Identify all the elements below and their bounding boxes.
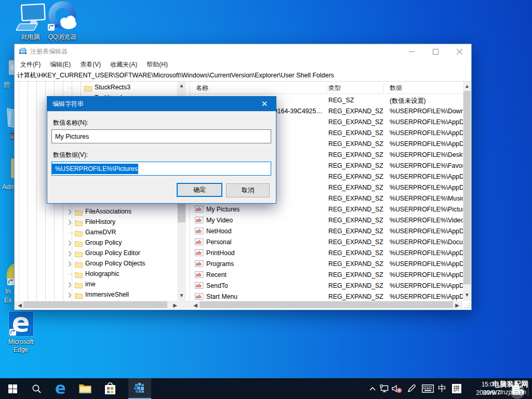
- value-data: %USERPROFILE%\AppData\Local\Microsoft\Wi…: [390, 140, 463, 148]
- expander-icon[interactable]: ❯: [68, 259, 74, 269]
- taskbar-explorer-button[interactable]: [74, 378, 97, 399]
- ok-button[interactable]: 确定: [177, 183, 222, 197]
- menu-item[interactable]: 帮助(H): [142, 60, 172, 69]
- expander-icon[interactable]: ❯: [68, 217, 74, 228]
- maximize-button[interactable]: [423, 44, 447, 59]
- tree-item[interactable]: ❯ Group Policy: [15, 238, 186, 248]
- tray-keyboard[interactable]: [420, 378, 435, 399]
- menu-item[interactable]: 收藏夹(A): [105, 60, 142, 69]
- chevron-up-icon: [369, 387, 376, 391]
- tree-item-label: ime: [85, 281, 96, 288]
- value-data: %USERPROFILE%\AppData\Roaming\Microsoft\…: [390, 249, 463, 257]
- tray-volume[interactable]: [390, 378, 404, 399]
- column-type[interactable]: 类型: [328, 84, 341, 92]
- scroll-up-icon[interactable]: ▲: [463, 83, 471, 90]
- scroll-right-icon[interactable]: ▶: [171, 302, 179, 309]
- expander-icon[interactable]: ❯: [68, 290, 74, 300]
- tree-item[interactable]: ❯ StuckRects3: [15, 83, 186, 93]
- scroll-left-icon[interactable]: ◀: [16, 302, 23, 309]
- value-type: REG_EXPAND_SZ: [328, 118, 383, 126]
- tree-item[interactable]: ❯ ime: [15, 280, 186, 290]
- desktop-icon-label: QQ浏览器: [43, 33, 82, 41]
- value-type: REG_EXPAND_SZ: [328, 151, 383, 158]
- regedit-taskbar-icon: [133, 382, 147, 395]
- registry-value-row[interactable]: ab NetHood REG_EXPAND_SZ %USERPROFILE%\A…: [190, 226, 463, 237]
- address-bar[interactable]: 计算机\HKEY_CURRENT_USER\SOFTWARE\Microsoft…: [15, 70, 471, 82]
- scroll-right-icon[interactable]: ▶: [454, 302, 461, 309]
- tree-item[interactable]: ❯ Holographic: [15, 269, 186, 280]
- window-title: 注册表编辑器: [30, 47, 68, 56]
- scroll-down-icon[interactable]: ▼: [463, 291, 471, 299]
- start-button[interactable]: [1, 378, 24, 399]
- tree-item[interactable]: ❯ Group Policy Objects: [15, 259, 186, 269]
- value-name-input[interactable]: My Pictures: [51, 129, 271, 143]
- taskbar-regedit-button[interactable]: [128, 378, 151, 399]
- tree-item-label: ImmersiveShell: [85, 291, 129, 298]
- tree-hscrollbar[interactable]: ◀ ▶: [15, 301, 189, 309]
- expander-icon[interactable]: ❯: [68, 238, 74, 248]
- search-button[interactable]: [25, 378, 48, 399]
- scroll-left-icon[interactable]: ◀: [192, 302, 199, 309]
- registry-value-row[interactable]: ab PrintHood REG_EXPAND_SZ %USERPROFILE%…: [190, 248, 463, 259]
- tree-item[interactable]: ❯ Group Policy Editor: [15, 248, 186, 259]
- expander-icon[interactable]: ❯: [68, 248, 74, 259]
- expander-icon[interactable]: ❯: [68, 280, 74, 290]
- keyboard-icon: [422, 384, 434, 393]
- tray-clock[interactable]: 15:0 2020/9/7: [459, 380, 500, 397]
- taskbar: 中 拼 15:0 2020/9/7: [0, 378, 532, 399]
- desktop: 此电脑 QQ浏览器 控: [0, 0, 532, 399]
- registry-value-row[interactable]: ab Personal REG_EXPAND_SZ %USERPROFILE%\…: [190, 237, 463, 248]
- dialog-close-button[interactable]: ✕: [253, 97, 276, 111]
- tray-pen[interactable]: [405, 378, 418, 399]
- desktop-icon-edge[interactable]: Microsoft Edge: [1, 312, 41, 354]
- folder-icon: [75, 271, 83, 278]
- list-vscrollbar[interactable]: ▲ ▼: [463, 82, 471, 301]
- minimize-button[interactable]: [400, 44, 423, 59]
- tree-item[interactable]: ❯ GameDVR: [15, 228, 186, 238]
- taskbar-edge-button[interactable]: [49, 378, 72, 399]
- folder-icon: [75, 282, 83, 288]
- value-name: My Video: [206, 217, 233, 224]
- registry-value-row[interactable]: ab SendTo REG_EXPAND_SZ %USERPROFILE%\Ap…: [190, 281, 463, 291]
- ms-store-icon: [104, 382, 116, 395]
- resize-grip[interactable]: [464, 302, 470, 309]
- dialog-titlebar[interactable]: 编辑字符串: [47, 97, 276, 111]
- address-text: 计算机\HKEY_CURRENT_USER\SOFTWARE\Microsoft…: [15, 71, 334, 80]
- close-button[interactable]: [447, 44, 471, 59]
- menu-item[interactable]: 编辑(E): [45, 60, 75, 69]
- registry-value-row[interactable]: ab My Video REG_EXPAND_SZ %USERPROFILE%\…: [190, 215, 463, 226]
- value-type: REG_EXPAND_SZ: [328, 293, 383, 300]
- cancel-button[interactable]: 取消: [226, 183, 270, 197]
- menu-item[interactable]: 文件(F): [16, 60, 45, 69]
- column-name[interactable]: 名称: [196, 84, 208, 92]
- tray-ime-mode[interactable]: 中: [435, 378, 449, 399]
- clock-date: 2020/9/7: [459, 389, 500, 397]
- value-data: %USERPROFILE%\AppData\Local\Microsoft\Wi…: [390, 129, 463, 137]
- tree-item[interactable]: ❯ FileAssociations: [15, 207, 186, 217]
- value-data-input[interactable]: %USERPROFILE%\Pictures: [51, 162, 271, 176]
- taskbar-store-button[interactable]: [99, 378, 122, 399]
- show-desktop-button[interactable]: [528, 381, 528, 396]
- column-data[interactable]: 数据: [390, 84, 402, 92]
- list-hscrollbar[interactable]: ◀ ▶: [190, 301, 463, 309]
- menu-item[interactable]: 查看(V): [75, 60, 105, 69]
- registry-value-row[interactable]: ab Recent REG_EXPAND_SZ %USERPROFILE%\Ap…: [190, 270, 463, 281]
- registry-value-row[interactable]: ab My Pictures REG_EXPAND_SZ %USERPROFIL…: [190, 204, 463, 215]
- scroll-down-icon[interactable]: ▼: [177, 292, 186, 299]
- tree-item[interactable]: ❯ FileHistory: [15, 217, 186, 228]
- desktop-icon-label: Ex: [4, 297, 12, 304]
- value-data: (数值未设置): [390, 97, 426, 105]
- tree-item[interactable]: ❯ ImmersiveShell: [15, 290, 186, 300]
- desktop-icon-qq-browser[interactable]: QQ浏览器: [43, 1, 82, 41]
- value-data: %USERPROFILE%\AppData\Roaming: [390, 118, 463, 126]
- expander-icon[interactable]: ❯: [68, 207, 74, 217]
- registry-value-row[interactable]: ab Programs REG_EXPAND_SZ %USERPROFILE%\…: [190, 259, 463, 270]
- registry-value-row[interactable]: ab Start Menu REG_EXPAND_SZ %USERPROFILE…: [190, 291, 463, 301]
- value-name: Programs: [206, 260, 234, 268]
- tray-expand-button[interactable]: [366, 378, 379, 399]
- value-data-selected-text: %USERPROFILE%\Pictures: [52, 164, 138, 174]
- regedit-titlebar[interactable]: 注册表编辑器: [15, 44, 471, 59]
- value-name: My Pictures: [206, 206, 240, 213]
- scroll-up-icon[interactable]: ▲: [177, 82, 186, 89]
- folder-icon: [75, 219, 83, 226]
